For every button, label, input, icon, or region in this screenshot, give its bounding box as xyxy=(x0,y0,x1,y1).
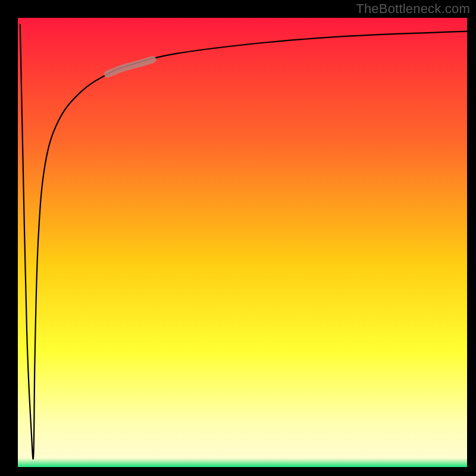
chart-frame: TheBottleneck.com xyxy=(0,0,476,476)
gradient-background xyxy=(18,18,467,467)
chart-svg xyxy=(18,18,467,467)
plot-area xyxy=(18,18,467,467)
watermark-text: TheBottleneck.com xyxy=(356,1,470,17)
